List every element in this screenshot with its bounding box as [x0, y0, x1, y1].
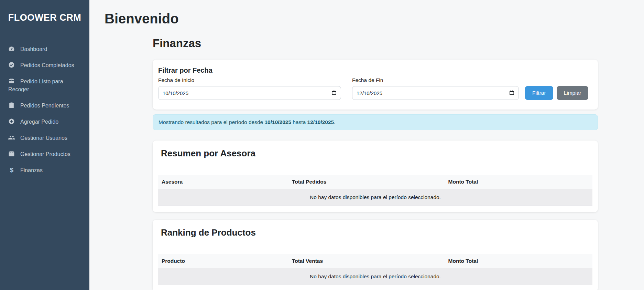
table-row: No hay datos disponibles para el período… — [158, 268, 592, 285]
sidebar-item-gestionar-productos[interactable]: Gestionar Productos — [0, 146, 89, 162]
calendar-icon[interactable] — [331, 90, 337, 96]
gauge-icon — [8, 45, 15, 52]
plus-circle-icon — [8, 118, 15, 125]
ranking-productos-table: Producto Total Ventas Monto Total No hay… — [158, 254, 592, 285]
column-header-asesora: Asesora — [158, 175, 288, 189]
sidebar-item-label: Dashboard — [20, 46, 47, 52]
sidebar-item-pedido-listo[interactable]: Pedido Listo para Recoger — [0, 73, 89, 97]
check-circle-icon — [8, 62, 15, 68]
sidebar-item-label: Pedido Listo para Recoger — [8, 79, 63, 92]
sidebar-item-label: Gestionar Usuarios — [20, 135, 67, 141]
start-date-label: Fecha de Inicio — [158, 77, 341, 83]
box-open-icon — [8, 78, 15, 84]
end-date-label: Fecha de Fin — [352, 77, 519, 83]
column-header-producto: Producto — [158, 254, 288, 268]
table-row: No hay datos disponibles para el período… — [158, 189, 592, 206]
main-content: Bienvenido Finanzas Filtrar por Fecha Fe… — [89, 0, 644, 290]
ranking-productos-card: Ranking de Productos Producto Total Vent… — [153, 220, 598, 290]
alert-text: hasta — [291, 119, 307, 125]
sidebar-item-gestionar-usuarios[interactable]: Gestionar Usuarios — [0, 130, 89, 146]
sidebar-item-label: Agregar Pedido — [20, 119, 58, 125]
sidebar-item-dashboard[interactable]: Dashboard — [0, 41, 89, 57]
sidebar-item-pedidos-completados[interactable]: Pedidos Completados — [0, 57, 89, 73]
clipboard-icon — [8, 102, 15, 108]
box-icon — [8, 151, 15, 157]
sidebar-nav: Dashboard Pedidos Completados Pedido Lis… — [0, 41, 89, 178]
sidebar: FLOOWER CRM Dashboard Pedidos Completado… — [0, 0, 89, 290]
finanzas-title: Finanzas — [153, 37, 598, 50]
filter-button[interactable]: Filtrar — [525, 86, 553, 100]
column-header-monto-total: Monto Total — [445, 254, 592, 268]
alert-text: Mostrando resultados para el período des… — [159, 119, 264, 125]
sidebar-item-label: Pedidos Pendientes — [20, 103, 69, 108]
ranking-productos-title: Ranking de Productos — [161, 227, 590, 238]
resumen-asesora-table: Asesora Total Pedidos Monto Total No hay… — [158, 175, 592, 206]
clear-button[interactable]: Limpiar — [557, 86, 589, 100]
resumen-asesora-title: Resumen por Asesora — [161, 148, 590, 159]
sidebar-item-pedidos-pendientes[interactable]: Pedidos Pendientes — [0, 97, 89, 114]
calendar-icon[interactable] — [509, 90, 515, 96]
dollar-icon: $ — [8, 166, 15, 174]
sidebar-item-finanzas[interactable]: $Finanzas — [0, 162, 89, 178]
empty-message: No hay datos disponibles para el período… — [158, 189, 592, 206]
alert-text: . — [334, 119, 335, 125]
resumen-asesora-card: Resumen por Asesora Asesora Total Pedido… — [153, 141, 598, 212]
sidebar-item-label: Finanzas — [20, 167, 43, 173]
end-date-input[interactable] — [352, 86, 519, 100]
empty-message: No hay datos disponibles para el período… — [158, 268, 592, 285]
page-title: Bienvenido — [105, 11, 629, 27]
sidebar-item-agregar-pedido[interactable]: Agregar Pedido — [0, 114, 89, 130]
users-icon — [8, 134, 15, 141]
finanzas-section: Finanzas Filtrar por Fecha Fecha de Inic… — [153, 37, 598, 290]
start-date-input[interactable] — [158, 86, 341, 100]
column-header-total-pedidos: Total Pedidos — [288, 175, 445, 189]
alert-start-date: 10/10/2025 — [264, 119, 291, 125]
column-header-monto-total: Monto Total — [445, 175, 592, 189]
sidebar-item-label: Pedidos Completados — [20, 62, 74, 68]
column-header-total-ventas: Total Ventas — [288, 254, 445, 268]
filter-card: Filtrar por Fecha Fecha de Inicio Fecha … — [153, 60, 598, 110]
results-alert: Mostrando resultados para el período des… — [153, 114, 598, 130]
filter-title: Filtrar por Fecha — [158, 66, 592, 74]
app-title: FLOOWER CRM — [3, 12, 87, 23]
alert-end-date: 12/10/2025 — [307, 119, 334, 125]
sidebar-item-label: Gestionar Productos — [20, 151, 70, 157]
